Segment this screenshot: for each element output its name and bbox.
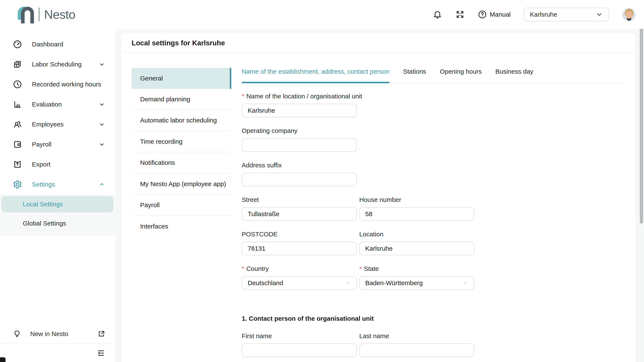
state-select[interactable]: Baden-Württemberg xyxy=(359,276,474,290)
nav-item-notifications[interactable]: Notifications xyxy=(132,152,231,173)
tab-bar: Name of the establishment, address, cont… xyxy=(242,68,625,83)
external-link-icon xyxy=(97,330,106,338)
location-selector[interactable]: Karlsruhe xyxy=(524,8,609,21)
tab-name-address-contact[interactable]: Name of the establishment, address, cont… xyxy=(242,68,390,83)
sidebar-item-settings[interactable]: Settings xyxy=(0,174,116,194)
last-name-input[interactable] xyxy=(359,344,474,357)
name-unit-input[interactable] xyxy=(242,104,357,117)
chevron-down-icon xyxy=(596,11,603,18)
sidebar-item-payroll[interactable]: Payroll xyxy=(0,134,116,154)
tab-stations[interactable]: Stations xyxy=(403,68,426,83)
page-scrollbar-thumb[interactable] xyxy=(640,25,643,224)
nav-item-automatic-labor-scheduling[interactable]: Automatic labor scheduling xyxy=(132,110,231,131)
sidebar-item-label: Recorded working hours xyxy=(32,81,101,88)
required-asterisk: * xyxy=(242,265,244,272)
location-input[interactable] xyxy=(359,242,474,255)
nesto-logo-mark xyxy=(16,5,34,24)
user-avatar[interactable] xyxy=(622,8,636,21)
sidebar-item-label: Evaluation xyxy=(32,101,62,108)
nav-item-payroll[interactable]: Payroll xyxy=(132,194,231,216)
manual-help-button[interactable]: Manual xyxy=(478,10,511,19)
bell-icon xyxy=(433,10,442,19)
logo-text: Nesto xyxy=(44,7,76,22)
wallet-icon xyxy=(13,140,22,149)
sidebar-item-label: Payroll xyxy=(32,141,52,148)
country-select[interactable]: Deutschland xyxy=(242,276,357,290)
field-label-address-suffix: Address suffix xyxy=(242,162,474,169)
sidebar-item-recorded-working-hours[interactable]: Recorded working hours xyxy=(0,74,116,94)
notifications-button[interactable] xyxy=(433,10,442,19)
new-in-nesto-label: New in Nesto xyxy=(30,330,68,338)
required-asterisk: * xyxy=(242,93,244,100)
logo-divider xyxy=(39,8,40,21)
sidebar-item-label: Export xyxy=(32,161,50,168)
postcode-input[interactable] xyxy=(242,242,357,255)
chevron-down-icon xyxy=(344,280,351,286)
field-label-country: * Country xyxy=(242,265,357,272)
gear-icon xyxy=(13,180,22,189)
sidebar-item-employees[interactable]: Employees xyxy=(0,114,116,134)
nav-item-demand-planning[interactable]: Demand planning xyxy=(132,89,231,110)
fullscreen-button[interactable] xyxy=(455,10,465,19)
chevron-down-icon xyxy=(98,121,106,128)
nesto-logo: Nesto xyxy=(16,5,76,24)
house-number-input[interactable] xyxy=(359,207,474,221)
nav-item-interfaces[interactable]: Interfaces xyxy=(132,216,231,237)
lightbulb-icon xyxy=(13,330,21,338)
sidebar-item-local-settings[interactable]: Local Settings xyxy=(1,196,114,212)
nav-item-time-recording[interactable]: Time recording xyxy=(132,131,231,152)
collapse-sidebar-button[interactable] xyxy=(96,348,106,358)
settings-submenu: Local Settings Global Settings xyxy=(0,194,116,236)
field-label-postcode: POSTCODE xyxy=(242,230,357,238)
new-in-nesto-link[interactable]: New in Nesto xyxy=(0,324,116,344)
sidebar-item-labor-scheduling[interactable]: Labor Scheduling xyxy=(0,54,116,74)
collapse-sidebar-icon xyxy=(96,348,106,358)
chevron-down-icon xyxy=(98,101,106,108)
tab-business-day[interactable]: Business day xyxy=(495,68,533,83)
field-label-first-name: First name xyxy=(242,332,357,340)
sidebar-item-export[interactable]: Export xyxy=(0,154,116,174)
nav-item-general[interactable]: General xyxy=(132,68,231,89)
sidebar-item-label: Dashboard xyxy=(32,41,63,48)
bar-chart-icon xyxy=(13,100,22,109)
chevron-down-icon xyxy=(462,280,469,286)
chat-widget-corner[interactable] xyxy=(0,357,6,362)
tab-opening-hours[interactable]: Opening hours xyxy=(440,68,482,83)
contact-person-heading: 1. Contact person of the organisational … xyxy=(242,315,474,322)
address-suffix-input[interactable] xyxy=(242,173,357,186)
first-name-input[interactable] xyxy=(242,344,357,357)
sidebar-item-label: Employees xyxy=(32,121,64,128)
state-select-value: Baden-Württemberg xyxy=(365,280,423,286)
chevron-down-icon xyxy=(98,61,106,68)
clock-icon xyxy=(13,80,22,89)
sidebar-subitem-label: Global Settings xyxy=(23,220,66,227)
field-label-last-name: Last name xyxy=(359,332,474,340)
sidebar-item-evaluation[interactable]: Evaluation xyxy=(0,94,116,114)
sidebar-item-label: Settings xyxy=(32,181,55,188)
people-icon xyxy=(13,120,22,129)
sidebar-subitem-label: Local Settings xyxy=(23,200,63,208)
sidebar-item-label: Labor Scheduling xyxy=(32,61,82,68)
local-settings-card: Local settings for Karlsruhe General Dem… xyxy=(121,34,636,362)
street-input[interactable] xyxy=(242,207,357,221)
operating-company-input[interactable] xyxy=(242,138,357,152)
schedule-grid-icon xyxy=(13,60,22,69)
establishment-form: * Name of the location / organisational … xyxy=(242,93,474,357)
required-asterisk: * xyxy=(359,265,362,272)
field-label-operating-company: Operating company xyxy=(242,127,474,134)
sidebar-item-global-settings[interactable]: Global Settings xyxy=(0,215,116,232)
country-select-value: Deutschland xyxy=(248,280,283,286)
field-label-name-unit: * Name of the location / organisational … xyxy=(242,93,474,100)
export-icon xyxy=(13,160,22,169)
field-label-state: * State xyxy=(359,265,474,272)
sidebar-item-dashboard[interactable]: Dashboard xyxy=(0,34,116,54)
location-selector-value: Karlsruhe xyxy=(530,11,557,18)
chevron-down-icon xyxy=(98,141,106,148)
sidebar: Dashboard Labor Scheduling Recorded work… xyxy=(0,29,116,362)
expand-icon xyxy=(455,10,465,19)
manual-label: Manual xyxy=(490,11,511,18)
nav-item-my-nesto-app[interactable]: My Nesto App (employee app) xyxy=(132,173,231,194)
question-circle-icon xyxy=(478,10,487,19)
main-content-area: Local settings for Karlsruhe General Dem… xyxy=(116,29,644,362)
page-title: Local settings for Karlsruhe xyxy=(132,39,225,47)
